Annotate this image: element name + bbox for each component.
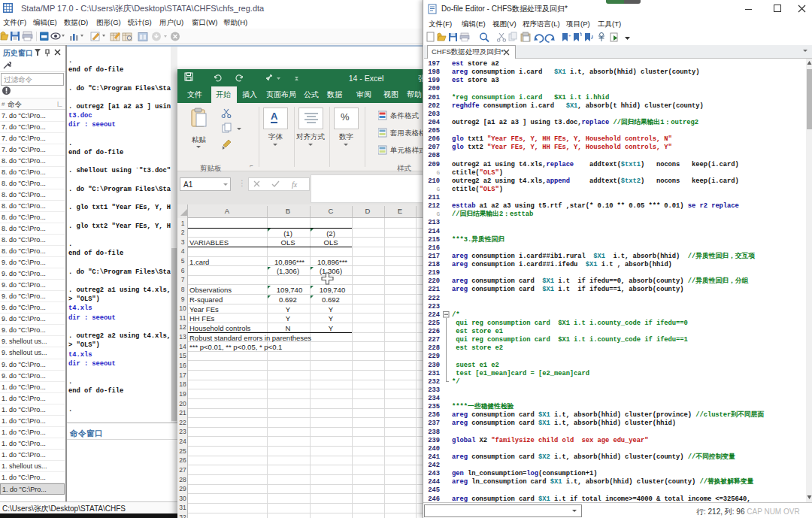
svg-text:fx: fx [292, 180, 298, 189]
svg-text:+: + [568, 33, 571, 38]
